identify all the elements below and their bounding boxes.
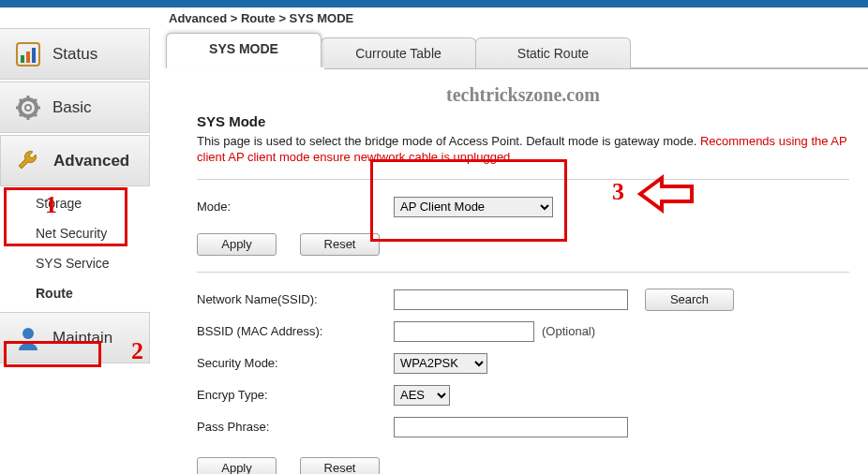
desc-text: This page is used to select the bridge m… [197,134,700,148]
nav-basic[interactable]: Basic [0,81,150,133]
nav-advanced[interactable]: Advanced [0,135,150,186]
sidebar: Status Basic Advanced Storage Net Securi… [0,28,150,365]
tab-gap [167,67,324,70]
row-buttons-2: Apply Reset [197,454,849,474]
annotation-num-2: 2 [131,337,143,365]
svg-rect-1 [21,55,24,63]
mode-select[interactable]: AP Client Mode [394,197,553,217]
row-secmode: Security Mode: WPA2PSK [197,349,849,378]
tab-curroute[interactable]: Curroute Table [321,37,476,68]
annotation-num-3: 3 [612,178,624,206]
nav-storage[interactable]: Storage [0,188,150,218]
row-ssid: Network Name(SSID): Search [197,286,849,314]
svg-rect-2 [26,52,30,63]
section-desc: This page is used to select the bridge m… [197,134,849,166]
arrow-icon [636,174,701,217]
row-pass: Pass Phrase: [197,413,849,441]
apply-button[interactable]: Apply [197,233,277,256]
divider [197,179,849,180]
pass-label: Pass Phrase: [197,420,394,434]
ssid-input[interactable] [394,289,628,310]
bssid-label: BSSID (MAC Address): [197,324,394,338]
top-bar [0,0,868,7]
nav-label: Status [52,45,97,64]
row-mode: Mode: AP Client Mode [197,193,849,221]
gear-icon [13,93,43,123]
content: techtrickszone.com SYS Mode This page is… [197,84,849,474]
secmode-label: Security Mode: [197,356,394,370]
tabs: SYS MODE Curroute Table Static Route [167,33,631,68]
nav-label: Maintain [52,329,112,348]
svg-rect-3 [32,48,36,63]
reset-button[interactable]: Reset [300,233,380,256]
encryp-label: Encryp Type: [197,388,394,402]
status-icon [13,39,43,69]
divider [197,272,849,273]
annotation-num-1: 1 [45,191,57,219]
nav-label: Basic [52,98,92,117]
row-bssid: BSSID (MAC Address): (Optional) [197,318,849,346]
pass-input[interactable] [394,417,628,437]
nav-status[interactable]: Status [0,28,150,80]
tab-sysmode[interactable]: SYS MODE [166,33,322,68]
nav-maintain[interactable]: Maintain [0,312,150,363]
encryp-select[interactable]: AES [394,385,450,406]
optional-text: (Optional) [542,324,595,338]
svg-point-14 [22,328,34,339]
row-encryp: Encryp Type: AES [197,381,849,409]
wrench-icon [14,146,44,176]
row-buttons-1: Apply Reset [197,230,849,259]
svg-point-5 [25,105,31,111]
nav-sysservice[interactable]: SYS Service [0,248,150,278]
svg-line-11 [34,113,37,116]
search-button[interactable]: Search [645,289,734,311]
secmode-select[interactable]: WPA2PSK [394,353,487,374]
ssid-label: Network Name(SSID): [197,292,394,306]
tab-static[interactable]: Static Route [475,37,631,68]
person-icon [13,323,43,353]
watermark: techtrickszone.com [197,84,849,106]
nav-netsecurity[interactable]: Net Security [0,218,150,248]
mode-label: Mode: [197,200,394,214]
breadcrumb: Advanced > Route > SYS MODE [169,11,353,25]
svg-line-13 [34,99,37,102]
reset-button-2[interactable]: Reset [300,457,380,474]
section-title: SYS Mode [197,113,849,129]
svg-line-12 [20,113,22,116]
svg-line-10 [20,99,22,102]
nav-route[interactable]: Route [0,278,150,308]
nav-label: Advanced [53,152,129,170]
apply-button-2[interactable]: Apply [197,457,277,474]
bssid-input[interactable] [394,321,534,342]
